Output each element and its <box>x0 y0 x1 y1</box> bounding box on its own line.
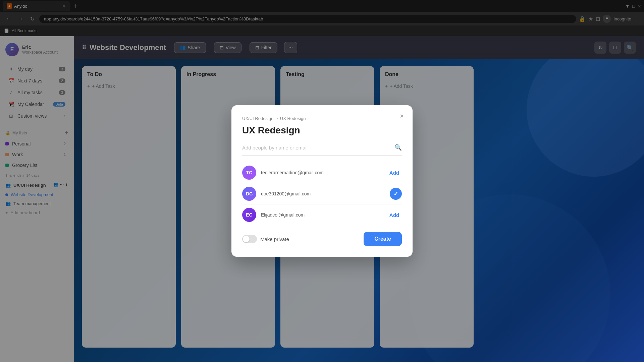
modal-breadcrumb: UX/UI Redesign > UX Redesign <box>242 116 402 121</box>
make-private-toggle[interactable]: Make private <box>242 235 289 243</box>
close-icon: × <box>400 112 404 120</box>
breadcrumb-current: UX Redesign <box>280 116 306 121</box>
member-initials-tc: TC <box>246 170 253 175</box>
breadcrumb-sep: > <box>275 116 278 121</box>
member-row-tc: TC tedlerarnemadino@gmail.com Add <box>242 162 402 183</box>
add-dc-icon: ✓ <box>393 190 398 197</box>
member-avatar-tc: TC <box>242 166 256 180</box>
member-row-dc: DC doe301200@gmail.com ✓ <box>242 183 402 204</box>
member-email-ec: Elijadcol@gmail.com <box>261 212 382 218</box>
add-tc-label: Add <box>389 170 399 176</box>
member-avatar-ec: EC <box>242 208 256 222</box>
member-email-dc: doe301200@gmail.com <box>261 191 385 196</box>
add-people-input[interactable] <box>242 145 391 150</box>
create-label: Create <box>374 236 391 242</box>
member-row-ec: EC Elijadcol@gmail.com Add <box>242 204 402 225</box>
modal-search-icon: 🔍 <box>394 144 402 151</box>
add-member-tc-button[interactable]: Add <box>387 169 402 177</box>
modal-close-button[interactable]: × <box>396 111 407 121</box>
add-member-ec-button[interactable]: Add <box>387 211 402 219</box>
share-modal: × UX/UI Redesign > UX Redesign UX Redesi… <box>231 105 413 257</box>
modal-search-container: 🔍 <box>242 144 402 156</box>
member-email-tc: tedlerarnemadino@gmail.com <box>261 170 382 175</box>
modal-title: UX Redesign <box>242 125 402 136</box>
toggle-switch[interactable] <box>242 235 257 243</box>
toggle-label: Make private <box>260 236 289 242</box>
member-initials-dc: DC <box>246 191 253 196</box>
add-ec-label: Add <box>389 212 399 218</box>
breadcrumb-parent: UX/UI Redesign <box>242 116 273 121</box>
toggle-knob <box>243 236 250 242</box>
create-button[interactable]: Create <box>364 232 402 246</box>
modal-overlay[interactable]: × UX/UI Redesign > UX Redesign UX Redesi… <box>0 0 644 362</box>
modal-footer: Make private Create <box>242 232 402 246</box>
member-avatar-dc: DC <box>242 187 256 201</box>
member-initials-ec: EC <box>246 212 252 218</box>
add-member-dc-button[interactable]: ✓ <box>390 188 402 200</box>
